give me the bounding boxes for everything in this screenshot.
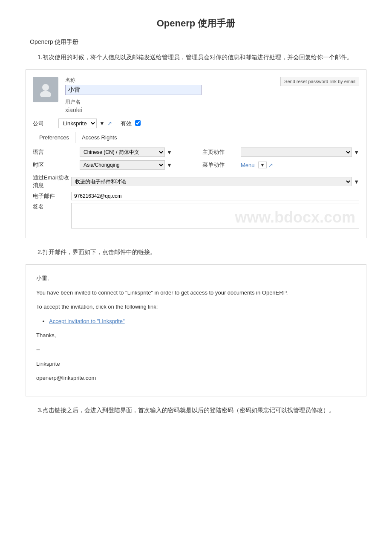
email-invitation-box: 小雷, You have been invited to connect to … xyxy=(26,264,366,396)
company-select[interactable]: Linksprite xyxy=(58,119,97,128)
email-notify-arrow: ▼ xyxy=(354,179,359,185)
doc-subtitle: Openerp 使用手册 xyxy=(30,38,366,46)
email-body-1: You have been invited to connect to "Lin… xyxy=(36,288,356,298)
company-row: 公司 Linksprite ▼ ↗ 有效 xyxy=(33,119,359,128)
user-form-box: Send reset password link by email 名称 用户名… xyxy=(26,69,366,238)
email-notify-row: 通过Email接收消息 收进的电子邮件和讨论 ▼ xyxy=(33,174,359,189)
menu-action-label: 菜单动作 xyxy=(202,161,236,169)
timezone-label: 时区 xyxy=(33,161,75,169)
invitation-link-item: Accept invitation to "Linksprite" xyxy=(49,316,356,326)
sender-name: Linksprite xyxy=(36,359,356,369)
lang-select-wrap: Chinese (CN) / 简体中文 ▼ xyxy=(80,147,198,157)
signature-row: 签名 www.bdocx.com xyxy=(33,203,359,228)
svg-point-1 xyxy=(40,91,51,97)
menu-link-icon[interactable]: ↗ xyxy=(268,162,273,168)
paragraph-3: 3.点击链接之后，会进入到登陆界面，首次输入的密码就是以后的登陆密码（密码如果忘… xyxy=(26,405,366,416)
company-value-row: Linksprite ▼ ↗ xyxy=(58,119,112,128)
tabs-row: Preferences Access Rights xyxy=(33,132,359,143)
timezone-select[interactable]: Asia/Chongqing xyxy=(80,160,165,170)
username-label: 用户名 xyxy=(65,98,359,106)
home-action-select[interactable] xyxy=(241,147,352,157)
svg-point-0 xyxy=(42,84,49,91)
company-label: 公司 xyxy=(33,120,58,127)
home-action-wrap: ▼ xyxy=(241,147,359,157)
username-value: xiaolei xyxy=(65,107,359,113)
email-divider: -- xyxy=(36,344,356,354)
paragraph-2: 2.打开邮件，界面如下，点击邮件中的链接。 xyxy=(26,247,366,257)
menu-action-wrap: Menu Menu ▼ ↗ xyxy=(241,162,359,168)
company-arrow-icon: ▼ xyxy=(99,120,105,127)
company-link-icon[interactable]: ↗ xyxy=(107,120,112,127)
email-notify-select[interactable]: 收进的电子邮件和讨论 xyxy=(71,177,352,186)
email-field-input[interactable] xyxy=(71,192,359,200)
timezone-select-wrap: Asia/Chongqing ▼ xyxy=(80,160,198,170)
sender-email: openerp@linksprite.com xyxy=(36,373,356,383)
paragraph-1: 1.初次使用的时候，将个人信息以及邮箱发送给管理员，管理员会对你的信息和邮箱进行… xyxy=(26,52,366,63)
timezone-arrow-icon: ▼ xyxy=(167,162,172,168)
watermark-text: www.bdocx.com xyxy=(235,208,355,226)
signature-label: 签名 xyxy=(33,203,71,211)
email-notify-label: 通过Email接收消息 xyxy=(33,174,71,189)
lang-label: 语言 xyxy=(33,148,75,156)
thanks-section: Thanks, -- Linksprite openerp@linksprite… xyxy=(36,330,356,383)
valid-check-input[interactable] xyxy=(135,120,141,126)
signature-area[interactable]: www.bdocx.com xyxy=(71,203,359,228)
home-arrow-icon: ▼ xyxy=(354,149,359,156)
lang-arrow-icon: ▼ xyxy=(167,149,172,156)
email-body-2: To accept the invitation, click on the f… xyxy=(36,302,356,312)
invitation-link[interactable]: Accept invitation to "Linksprite" xyxy=(49,318,125,324)
menu-arrow-icon: ▼ xyxy=(258,162,267,168)
home-action-label: 主页动作 xyxy=(202,148,236,156)
email-notify-section: 通过Email接收消息 收进的电子邮件和讨论 ▼ 电子邮件 签名 www.bdo… xyxy=(33,174,359,228)
email-address-row: 电子邮件 xyxy=(33,192,359,200)
avatar xyxy=(33,77,58,102)
email-to: 小雷, xyxy=(36,273,356,283)
email-field-label: 电子邮件 xyxy=(33,192,71,200)
valid-label: 有效 xyxy=(121,120,132,127)
reset-password-button[interactable]: Send reset password link by email xyxy=(280,77,359,86)
valid-checkbox[interactable] xyxy=(135,120,141,127)
tab-access-rights[interactable]: Access Rights xyxy=(75,132,123,143)
page-title: Openerp 使用手册 xyxy=(26,17,366,30)
lang-select[interactable]: Chinese (CN) / 简体中文 xyxy=(80,147,165,157)
tab-preferences[interactable]: Preferences xyxy=(33,132,75,143)
preferences-grid: 语言 Chinese (CN) / 简体中文 ▼ 主页动作 ▼ 时区 Asia/… xyxy=(33,147,359,170)
menu-action-value: Menu xyxy=(241,162,255,168)
thanks-text: Thanks, xyxy=(36,330,356,340)
name-input[interactable] xyxy=(65,85,202,95)
